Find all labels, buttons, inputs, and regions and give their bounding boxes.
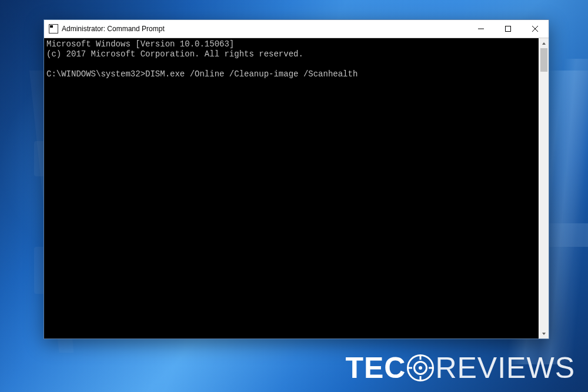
minimize-button[interactable]	[467, 20, 495, 38]
command-prompt-window: Administrator: Command Prompt Microsoft …	[44, 19, 549, 339]
titlebar[interactable]: Administrator: Command Prompt	[44, 20, 549, 38]
terminal-output[interactable]: Microsoft Windows [Version 10.0.15063] (…	[44, 38, 539, 339]
maximize-icon	[505, 26, 511, 32]
target-icon	[407, 354, 434, 381]
svg-marker-5	[542, 333, 546, 335]
watermark-text-thin: REVIEWS	[435, 351, 575, 384]
scrollbar-thumb[interactable]	[540, 48, 547, 72]
scroll-down-button[interactable]	[539, 329, 549, 339]
close-icon	[532, 26, 538, 32]
cmd-icon	[49, 24, 58, 33]
vertical-scrollbar[interactable]	[539, 38, 549, 339]
terminal-command: DISM.exe /Online /Cleanup-image /Scanhea…	[145, 69, 358, 79]
chevron-down-icon	[542, 331, 546, 336]
minimize-icon	[478, 26, 484, 32]
window-title: Administrator: Command Prompt	[62, 25, 165, 33]
terminal-line: Microsoft Windows [Version 10.0.15063]	[46, 39, 234, 49]
svg-rect-1	[506, 26, 511, 32]
watermark-logo: TEC REVIEWS	[345, 351, 575, 385]
maximize-button[interactable]	[495, 20, 522, 38]
scroll-up-button[interactable]	[539, 38, 549, 48]
terminal-prompt: C:\WINDOWS\system32>	[46, 69, 145, 79]
window-client-area: Microsoft Windows [Version 10.0.15063] (…	[44, 38, 549, 339]
scrollbar-track[interactable]	[539, 48, 549, 329]
watermark-text-bold: TEC	[345, 351, 406, 384]
terminal-line: (c) 2017 Microsoft Corporation. All righ…	[46, 49, 303, 59]
close-button[interactable]	[522, 20, 549, 38]
chevron-up-icon	[542, 41, 546, 46]
svg-marker-4	[542, 42, 546, 45]
